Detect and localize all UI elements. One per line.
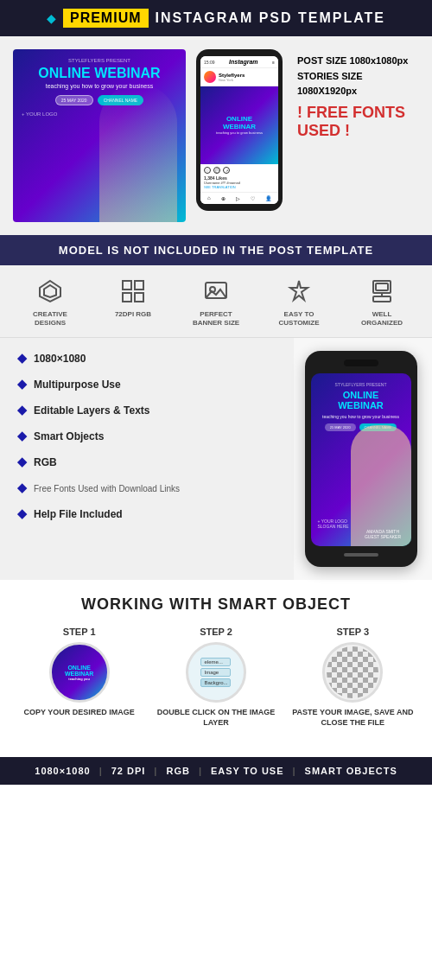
phone-nav-reels: ▷: [236, 195, 240, 201]
svg-rect-2: [123, 281, 131, 290]
story-logo: + YOUR LOGOSLOGAN HERE: [318, 519, 349, 529]
layer-image: Image: [200, 668, 231, 677]
feature-banner: PERFECT BANNER SIZE: [186, 276, 246, 327]
post-brand: STYLEFLYERS PRESENT: [22, 58, 177, 63]
steps-row: STEP 1 ONLINEWEBINAR teaching you COPY Y…: [13, 627, 419, 728]
phone-profile-row: Styleflyers New York: [200, 68, 278, 86]
svg-rect-10: [376, 283, 388, 290]
feature-creative: CREATIVE DESIGNS: [20, 276, 80, 327]
creative-label: CREATIVE DESIGNS: [20, 310, 80, 327]
phone-nav-shop: ♡: [251, 195, 255, 201]
story-date-btn: 25 MAY 2020: [325, 423, 356, 431]
phone-status-bar: 15:09 Instagram ≡: [200, 56, 278, 68]
diamond-0: ◆: [17, 351, 27, 365]
layer-background: Backgro...: [200, 678, 231, 687]
bullet-5: ◆ Free Fonts Used with Download Links: [17, 480, 281, 494]
organized-icon: [366, 276, 397, 307]
post-title: ONLINE WEBINAR: [22, 67, 177, 80]
diamond-1: ◆: [17, 377, 27, 391]
smart-object-section: WORKING WITH SMART OBJECT STEP 1 ONLINEW…: [0, 580, 432, 756]
svg-rect-5: [135, 293, 143, 302]
phone-story-screen: STYLEFLYERS PRESENT ONLINEWEBINAR teachi…: [311, 373, 411, 546]
story-sub: teaching you how to grow your business: [322, 414, 399, 419]
bullet-6: ◆ Help File Included: [17, 506, 281, 520]
phone-story-mockup: STYLEFLYERS PRESENT ONLINEWEBINAR teachi…: [305, 351, 417, 567]
story-title: ONLINEWEBINAR: [338, 390, 384, 410]
svg-marker-8: [290, 281, 308, 300]
svg-marker-0: [40, 281, 60, 302]
step-2-circle: eleme... Image Backgro...: [186, 642, 246, 703]
checker-pattern: [327, 646, 378, 698]
feature-dpi: 72DPI RGB: [103, 276, 163, 327]
model-banner: MODEL IS NOT INCLUDED IN THE POST TEMPLA…: [0, 235, 432, 265]
post-person: [99, 84, 177, 222]
post-size-text: POST SIZE 1080x1080px: [297, 54, 415, 69]
bullet-1: ◆ Multipurpose Use: [17, 377, 281, 391]
story-person: [351, 425, 411, 546]
smart-object-title: WORKING WITH SMART OBJECT: [13, 595, 419, 614]
footer-dpi: 72 DPI: [111, 766, 146, 776]
bullet-text-2: Editable Layers & Texts: [34, 404, 150, 417]
features-row: CREATIVE DESIGNS 72DPI RGB PERFECT BANNE…: [0, 265, 432, 338]
bullet-text-4: RGB: [34, 456, 57, 468]
customize-label: EASY TO CUSTOMIZE: [269, 310, 329, 327]
phone-story-wrap: STYLEFLYERS PRESENT ONLINEWEBINAR teachi…: [294, 338, 432, 580]
customize-icon: [283, 276, 314, 307]
step-1-label: STEP 1: [63, 627, 96, 637]
footer-rgb: RGB: [166, 766, 189, 776]
step-1-content: ONLINEWEBINAR teaching you: [65, 665, 93, 681]
bullet-text-0: 1080×1080: [34, 353, 86, 365]
free-fonts-badge: ! FREE FONTS USED !: [297, 104, 415, 141]
header: ◆ PREMIUM INSTAGRAM PSD TEMPLATE: [0, 0, 432, 36]
bullet-3: ◆ Smart Objects: [17, 429, 281, 442]
phone-story-notch: [344, 360, 378, 366]
diamond-5: ◆: [17, 480, 27, 494]
premium-badge: PREMIUM: [63, 9, 149, 28]
sizes-info: POST SIZE 1080x1080px STORIES SIZE 1080X…: [293, 49, 419, 145]
bullet-4: ◆ RGB: [17, 455, 281, 468]
dpi-label: 72DPI RGB: [115, 310, 151, 319]
step-2: STEP 2 eleme... Image Backgro... DOUBLE …: [149, 627, 282, 728]
step-3-desc: PASTE YOUR IMAGE, SAVE AND CLOSE THE FIL…: [287, 708, 419, 728]
phone-nav-search: ⊕: [221, 195, 226, 201]
main-content: ◆ 1080×1080 ◆ Multipurpose Use ◆ Editabl…: [0, 338, 432, 580]
banner-icon: [200, 276, 232, 307]
step-1: STEP 1 ONLINEWEBINAR teaching you COPY Y…: [13, 627, 145, 728]
diamond-6: ◆: [17, 506, 27, 520]
story-brand: STYLEFLYERS PRESENT: [335, 382, 387, 387]
footer-easy: EASY TO USE: [211, 766, 284, 776]
step-2-label: STEP 2: [200, 627, 232, 637]
phone-see-translation: SEE TRANSLATION: [204, 185, 275, 189]
diamond-3: ◆: [17, 429, 27, 442]
layer-element: eleme...: [200, 658, 231, 666]
organized-label: WELL ORGANIZED: [352, 310, 412, 327]
phone-icons: ≡: [272, 60, 275, 65]
phone-mockup: 15:09 Instagram ≡ Styleflyers New York O…: [196, 49, 283, 211]
phone-home-bar: [344, 553, 378, 557]
bullet-text-3: Smart Objects: [34, 430, 104, 442]
svg-marker-1: [44, 285, 56, 297]
phone-instagram-label: Instagram: [229, 59, 257, 65]
phone-share-icon: ↗: [223, 167, 230, 174]
header-title: INSTAGRAM PSD TEMPLATE: [156, 10, 386, 26]
step-1-desc: COPY YOUR DESIRED IMAGE: [24, 708, 135, 718]
footer-smart: SMART OBJECTS: [305, 766, 397, 776]
phone-heart-icon: ♡: [204, 167, 211, 174]
story-name: AMANDA SMITHGUEST SPEAKER: [355, 529, 411, 539]
svg-rect-3: [135, 281, 143, 290]
svg-rect-12: [373, 296, 391, 302]
phone-post-title: ONLINEWEBINAR: [223, 116, 256, 131]
banner-label: PERFECT BANNER SIZE: [186, 310, 246, 327]
bullet-0: ◆ 1080×1080: [17, 351, 281, 365]
diamond-2: ◆: [17, 403, 27, 417]
phone-account-name: Styleflyers: [219, 73, 245, 78]
preview-section: STYLEFLYERS PRESENT ONLINE WEBINAR teach…: [0, 36, 432, 235]
footer-bar: 1080×1080 | 72 DPI | RGB | EASY TO USE |…: [0, 757, 432, 785]
phone-comment-icon: 💬: [213, 167, 220, 174]
phone-post-image: ONLINEWEBINAR teaching you to grow busin…: [200, 86, 278, 164]
dpi-icon: [118, 276, 149, 307]
post-card: STYLEFLYERS PRESENT ONLINE WEBINAR teach…: [13, 49, 186, 222]
feature-customize: EASY TO CUSTOMIZE: [269, 276, 329, 327]
step-2-desc: DOUBLE CLICK ON THE IMAGE LAYER: [149, 708, 282, 728]
phone-location: New York: [219, 78, 245, 82]
